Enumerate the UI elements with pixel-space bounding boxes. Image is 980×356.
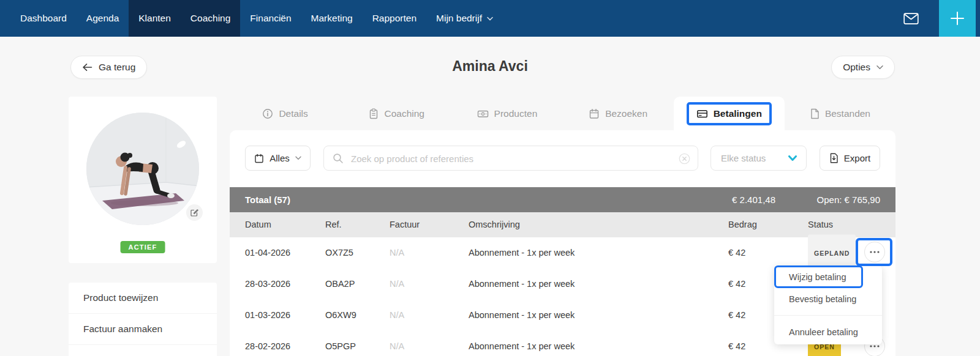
table-row[interactable]: 01-04-2026 OX7Z5 N/A Abonnement - 1x per…	[230, 237, 895, 269]
nav-item-mijn-bedrijf[interactable]: Mijn bedrijf	[426, 0, 503, 37]
column-header-bedrag: Bedrag	[728, 212, 757, 237]
arrow-left-icon	[82, 63, 92, 72]
nav-item-rapporten[interactable]: Rapporten	[363, 0, 426, 37]
ellipsis-icon	[870, 251, 880, 253]
export-file-icon	[829, 153, 839, 163]
table-header-row: Datum Ref. Factuur Omschrijving Bedrag S…	[230, 212, 895, 237]
chevron-down-icon	[788, 155, 797, 161]
payments-summary-bar: Totaal (57) € 2.401,48 Open: € 765,90	[230, 187, 895, 212]
status-badge: ACTIEF	[121, 241, 165, 253]
options-button[interactable]: Opties	[831, 56, 895, 79]
credit-card-icon	[696, 108, 708, 119]
column-header-ref: Ref.	[325, 212, 342, 237]
column-header-datum: Datum	[245, 212, 271, 237]
nav-item-agenda[interactable]: Agenda	[77, 0, 129, 37]
total-amount: € 2.401,48	[732, 187, 775, 212]
column-header-factuur: Factuur	[390, 212, 420, 237]
search-box	[323, 146, 698, 171]
tab-coaching[interactable]: Coaching	[341, 97, 451, 130]
add-button[interactable]	[939, 0, 976, 37]
search-input[interactable]	[350, 146, 665, 171]
open-amount: Open: € 765,90	[817, 187, 880, 212]
top-navigation: Dashboard Agenda Klanten Coaching Financ…	[0, 0, 980, 37]
nav-item-dashboard[interactable]: Dashboard	[10, 0, 77, 37]
chevron-down-icon	[876, 65, 883, 70]
row-actions-button[interactable]	[864, 242, 885, 262]
nav-item-marketing[interactable]: Marketing	[301, 0, 363, 37]
period-filter-value: Alles	[270, 153, 290, 163]
chevron-down-icon	[295, 156, 301, 160]
envelope-icon	[903, 13, 919, 24]
tab-details[interactable]: Details	[230, 97, 341, 130]
menu-item-wijzig-betaling[interactable]: Wijzig betaling	[774, 266, 882, 288]
export-button[interactable]: Export	[820, 146, 880, 171]
period-filter-dropdown[interactable]: Alles	[245, 146, 311, 171]
column-header-omschrijving: Omschrijving	[469, 212, 520, 237]
nav-item-coaching[interactable]: Coaching	[181, 0, 241, 37]
total-count: Totaal (57)	[245, 187, 290, 212]
search-icon	[333, 153, 344, 164]
client-tabs: Details Coaching Producten Bezoeken Beta…	[230, 97, 895, 130]
payments-panel: Alles Elke status Export Totaal (57) € 2…	[230, 130, 895, 356]
payment-context-menu: Wijzig betaling Bevestig betaling Annule…	[774, 265, 882, 344]
column-header-status: Status	[808, 212, 833, 237]
calendar-icon	[589, 108, 600, 119]
client-profile-card: ACTIEF	[69, 97, 217, 263]
edit-pencil-icon	[190, 209, 198, 217]
annotation-box-betalingen-tab: Betalingen	[687, 102, 772, 125]
go-back-button[interactable]: Ga terug	[70, 56, 147, 79]
nav-item-klanten[interactable]: Klanten	[129, 0, 181, 37]
export-label: Export	[844, 153, 870, 163]
client-actions-menu: Product toewijzen Factuur aanmaken Verwi…	[69, 283, 217, 356]
info-icon	[262, 108, 273, 119]
clipboard-icon	[368, 108, 379, 119]
calendar-small-icon	[254, 154, 264, 163]
app-window: Dashboard Agenda Klanten Coaching Financ…	[0, 0, 980, 356]
edit-photo-button[interactable]	[186, 204, 203, 221]
menu-item-bevestig-betaling[interactable]: Bevestig betaling	[774, 288, 882, 310]
tab-producten[interactable]: Producten	[451, 97, 562, 130]
messages-button[interactable]	[903, 0, 919, 37]
chevron-down-icon	[487, 17, 493, 21]
clear-search-icon[interactable]	[679, 153, 690, 165]
client-photo	[86, 113, 199, 225]
options-label: Opties	[843, 62, 870, 73]
menu-divider	[774, 315, 882, 316]
go-back-label: Ga terug	[99, 62, 135, 73]
status-filter-value: Elke status	[721, 153, 766, 163]
status-filter-dropdown[interactable]: Elke status	[710, 146, 807, 171]
action-assign-product[interactable]: Product toewijzen	[69, 283, 217, 314]
tab-bestanden[interactable]: Bestanden	[785, 97, 895, 130]
plus-icon	[949, 10, 965, 26]
menu-item-annuleer-betaling[interactable]: Annuleer betaling	[774, 321, 882, 343]
tab-bezoeken[interactable]: Bezoeken	[563, 97, 674, 130]
tab-betalingen[interactable]: Betalingen	[674, 97, 785, 130]
nav-item-financien[interactable]: Financiën	[240, 0, 301, 37]
ellipsis-icon	[870, 345, 880, 347]
action-create-invoice[interactable]: Factuur aanmaken	[69, 314, 217, 345]
action-delete[interactable]: Verwijderen	[69, 345, 217, 356]
banknote-icon	[477, 108, 489, 119]
file-icon	[810, 108, 820, 119]
